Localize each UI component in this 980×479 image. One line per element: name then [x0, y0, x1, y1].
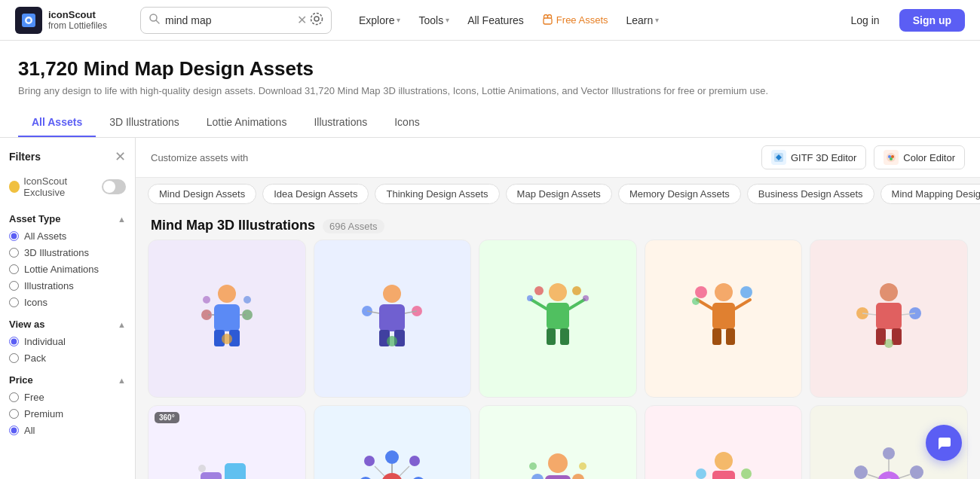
page-subtitle: Bring any design to life with high-quali… [18, 85, 962, 96]
main-content: Customize assets with GITF 3D Editor Col… [136, 138, 980, 479]
nav-all-features[interactable]: All Features [460, 11, 531, 29]
svg-point-70 [385, 450, 399, 464]
main-header: iconScout from Lottiefiles ✕ Explore ▾ T… [0, 0, 980, 41]
sidebar-header: Filters ✕ [9, 148, 126, 165]
customize-label: Customize assets with [151, 152, 248, 163]
svg-line-37 [531, 300, 547, 309]
filter-view-as-header[interactable]: View as ▲ [9, 319, 126, 330]
pill-idea-design[interactable]: Idea Design Assets [262, 184, 369, 204]
radio-individual[interactable]: Individual [9, 336, 126, 347]
radio-illustrations[interactable]: Illustrations [9, 280, 126, 291]
search-bar: ✕ [140, 7, 332, 34]
svg-rect-62 [225, 463, 246, 479]
sidebar-title: Filters [9, 151, 41, 163]
radio-pack[interactable]: Pack [9, 352, 126, 364]
radio-lottie[interactable]: Lottie Animations [9, 264, 126, 275]
asset-card[interactable] [479, 405, 637, 479]
chevron-down-icon: ▾ [655, 16, 659, 24]
svg-rect-7 [544, 18, 552, 24]
svg-point-2 [27, 18, 31, 22]
svg-line-110 [868, 474, 879, 478]
radio-icons[interactable]: Icons [9, 297, 126, 308]
svg-rect-35 [547, 328, 556, 345]
asset-card[interactable] [148, 240, 306, 398]
radio-premium[interactable]: Premium [9, 408, 126, 420]
filter-price-header[interactable]: Price ▲ [9, 374, 126, 386]
svg-point-84 [548, 453, 568, 473]
asset-card[interactable] [314, 240, 472, 398]
pill-business-design[interactable]: Business Design Assets [747, 184, 874, 204]
svg-point-42 [583, 295, 589, 301]
sidebar-close-icon[interactable]: ✕ [115, 148, 126, 165]
section-count: 696 Assets [323, 219, 384, 233]
pill-memory-design[interactable]: Memory Design Assets [618, 184, 741, 204]
logo-name: iconScout [48, 9, 107, 21]
svg-point-65 [198, 465, 206, 472]
svg-point-95 [715, 452, 733, 470]
chevron-down-icon: ▾ [446, 16, 449, 24]
chat-bubble-button[interactable] [926, 425, 962, 461]
svg-point-103 [877, 471, 901, 479]
nav-tools[interactable]: Tools ▾ [411, 11, 457, 29]
nav-learn[interactable]: Learn ▾ [619, 11, 667, 29]
tab-icons[interactable]: Icons [381, 108, 433, 137]
radio-all-price[interactable]: All [9, 425, 126, 436]
asset-card[interactable] [314, 405, 472, 479]
svg-rect-45 [712, 328, 721, 345]
exclusive-toggle[interactable] [102, 179, 126, 194]
asset-card[interactable] [810, 240, 968, 398]
asset-card[interactable] [479, 240, 637, 398]
tab-3d-illustrations[interactable]: 3D Illustrations [96, 108, 193, 137]
pill-mind-mapping[interactable]: Mind Mapping Design Assets [880, 184, 980, 204]
asset-card[interactable] [645, 240, 803, 398]
svg-rect-36 [560, 328, 569, 345]
signup-button[interactable]: Sign up [899, 9, 965, 32]
filter-price: Price ▲ Free Premium All [9, 374, 126, 436]
tab-illustrations[interactable]: Illustrations [300, 108, 381, 137]
svg-rect-61 [201, 472, 222, 479]
gitf-editor-button[interactable]: GITF 3D Editor [761, 145, 866, 169]
pill-thinking-design[interactable]: Thinking Design Assets [375, 184, 499, 204]
svg-rect-53 [876, 303, 902, 329]
svg-line-48 [735, 300, 750, 309]
section-title: Mind Map 3D Illustrations [151, 218, 315, 233]
search-clear-icon[interactable]: ✕ [297, 13, 307, 27]
svg-rect-34 [547, 303, 569, 329]
svg-line-80 [375, 466, 384, 476]
page-header: 31,720 Mind Map Design Assets Bring any … [0, 41, 980, 138]
star-icon [9, 181, 20, 193]
logo[interactable]: iconScout from Lottiefiles [15, 7, 128, 34]
svg-line-81 [400, 466, 409, 476]
search-input[interactable] [165, 14, 297, 26]
svg-point-12 [890, 157, 893, 160]
chevron-down-icon: ▾ [397, 16, 400, 24]
header-actions: Log in Sign up [841, 9, 965, 32]
nav-free-assets[interactable]: Free Assets [534, 11, 616, 29]
filter-asset-type: Asset Type ▲ All Assets 3D Illustrations… [9, 213, 126, 308]
svg-point-30 [387, 336, 397, 346]
asset-card[interactable] [645, 405, 803, 479]
asset-card[interactable]: 360° [148, 405, 306, 479]
search-settings-icon[interactable] [310, 12, 323, 28]
tab-lottie-animations[interactable]: Lottie Animations [193, 108, 301, 137]
svg-rect-44 [712, 303, 735, 329]
radio-free[interactable]: Free [9, 392, 126, 403]
color-editor-button[interactable]: Color Editor [874, 145, 965, 169]
asset-type-title: Asset Type [9, 213, 60, 224]
svg-point-91 [529, 462, 537, 470]
svg-rect-96 [712, 471, 735, 479]
radio-all-assets[interactable]: All Assets [9, 230, 126, 242]
svg-point-39 [534, 286, 544, 295]
pill-map-design[interactable]: Map Design Assets [506, 184, 612, 204]
pill-mind-design[interactable]: Mind Design Assets [148, 184, 256, 204]
login-button[interactable]: Log in [841, 10, 890, 31]
tab-all-assets[interactable]: All Assets [18, 108, 96, 137]
page-title: 31,720 Mind Map Design Assets [18, 57, 962, 81]
nav-explore[interactable]: Explore ▾ [351, 11, 408, 29]
radio-3d-illustrations[interactable]: 3D Illustrations [9, 247, 126, 258]
svg-point-43 [715, 283, 733, 301]
svg-point-21 [243, 296, 251, 304]
filter-asset-type-header[interactable]: Asset Type ▲ [9, 213, 126, 224]
svg-point-51 [692, 297, 700, 305]
svg-point-73 [409, 456, 420, 466]
